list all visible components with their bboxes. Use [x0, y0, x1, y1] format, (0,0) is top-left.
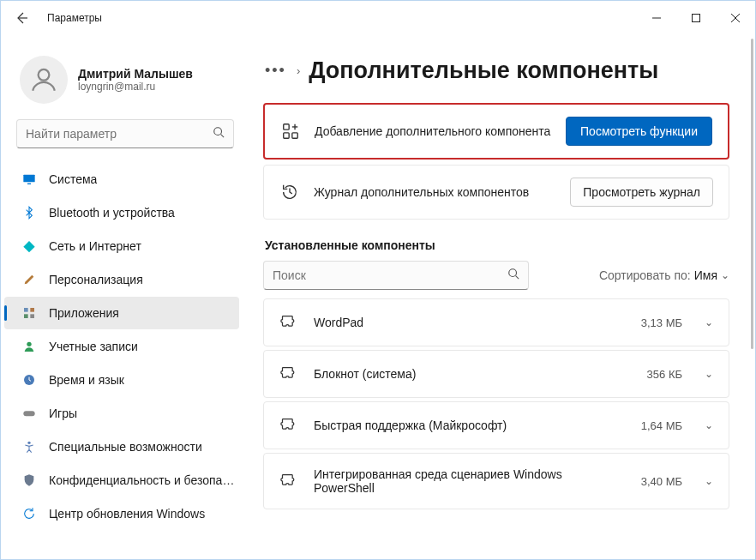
svg-rect-19: [292, 133, 297, 138]
feature-row[interactable]: WordPad3,13 МБ⌄: [263, 298, 729, 346]
history-text: Журнал дополнительных компонентов: [314, 184, 556, 201]
feature-name: Интегрированная среда сценариев Windows …: [314, 467, 626, 495]
profile-name: Дмитрий Малышев: [78, 67, 193, 81]
chevron-down-icon: ⌄: [705, 475, 713, 487]
sidebar-search[interactable]: [16, 119, 234, 148]
nav-item-shield[interactable]: Конфиденциальность и безопасность: [4, 464, 239, 497]
svg-rect-1: [693, 15, 700, 22]
nav-item-label: Игры: [49, 406, 77, 420]
feature-search[interactable]: [263, 261, 529, 290]
clock-icon: [21, 372, 37, 388]
window-title: Параметры: [47, 12, 102, 24]
puzzle-icon: [279, 364, 298, 383]
svg-rect-15: [23, 411, 34, 416]
svg-point-4: [39, 69, 50, 81]
wifi-icon: [21, 238, 37, 254]
history-icon: [279, 182, 300, 202]
back-button[interactable]: [8, 4, 35, 32]
view-features-button[interactable]: Посмотреть функции: [566, 117, 712, 146]
accessibility-icon: [21, 439, 37, 455]
scrollbar[interactable]: [751, 39, 753, 556]
feature-name: WordPad: [314, 316, 626, 329]
nav-item-label: Система: [49, 172, 97, 186]
nav-item-update[interactable]: Центр обновления Windows: [4, 497, 239, 530]
close-button[interactable]: [716, 1, 755, 35]
nav-item-label: Bluetooth и устройства: [49, 206, 175, 220]
scrollbar-thumb[interactable]: [751, 39, 753, 349]
nav-item-label: Сеть и Интернет: [49, 239, 141, 253]
sidebar: Дмитрий Малышев loyngrin@mail.ru Система…: [1, 35, 249, 559]
apps-icon: [21, 305, 37, 321]
feature-name: Блокнот (система): [314, 367, 632, 381]
page-title: Дополнительные компоненты: [309, 57, 658, 84]
chevron-down-icon: ⌄: [721, 269, 729, 281]
nav-item-apps[interactable]: Приложения: [4, 297, 239, 329]
add-feature-text: Добавление дополнительного компонента: [315, 123, 552, 140]
svg-rect-10: [30, 308, 34, 312]
chevron-down-icon: ⌄: [705, 419, 713, 431]
puzzle-icon: [279, 416, 298, 435]
svg-rect-8: [27, 184, 31, 184]
svg-point-22: [509, 269, 517, 277]
titlebar: Параметры: [1, 1, 755, 35]
nav-item-label: Учетные записи: [49, 340, 138, 353]
nav-item-gamepad[interactable]: Игры: [4, 397, 239, 430]
maximize-button[interactable]: [676, 1, 716, 35]
puzzle-icon: [279, 472, 298, 491]
nav-item-label: Приложения: [49, 306, 119, 320]
main-pane: ••• › Дополнительные компоненты Добавлен…: [249, 35, 755, 559]
svg-rect-7: [23, 175, 34, 183]
person-icon: [21, 339, 37, 354]
svg-rect-17: [284, 124, 289, 129]
feature-name: Быстрая поддержка (Майкрософт): [314, 418, 626, 432]
nav-item-wifi[interactable]: Сеть и Интернет: [4, 230, 239, 262]
feature-list: WordPad3,13 МБ⌄Блокнот (система)356 КБ⌄Б…: [263, 298, 729, 509]
view-history-button[interactable]: Просмотреть журнал: [570, 178, 713, 207]
svg-point-5: [214, 128, 222, 135]
svg-rect-11: [24, 314, 28, 318]
svg-rect-18: [284, 133, 289, 138]
add-feature-card: Добавление дополнительного компонента По…: [263, 103, 729, 160]
nav-item-person[interactable]: Учетные записи: [4, 330, 239, 363]
nav-item-label: Специальные возможности: [49, 440, 202, 454]
chevron-right-icon: ›: [297, 64, 300, 77]
nav-item-display[interactable]: Система: [4, 163, 239, 196]
svg-line-6: [221, 135, 225, 138]
feature-row[interactable]: Блокнот (система)356 КБ⌄: [263, 350, 729, 398]
sort-value: Имя: [694, 268, 717, 282]
feature-row[interactable]: Интегрированная среда сценариев Windows …: [263, 453, 729, 509]
profile-block[interactable]: Дмитрий Малышев loyngrin@mail.ru: [1, 42, 249, 119]
nav-item-brush[interactable]: Персонализация: [4, 263, 239, 296]
sort-dropdown[interactable]: Сортировать по: Имя ⌄: [599, 268, 729, 282]
nav-item-bluetooth[interactable]: Bluetooth и устройства: [4, 196, 239, 229]
nav-item-accessibility[interactable]: Специальные возможности: [4, 431, 239, 463]
display-icon: [21, 172, 37, 187]
feature-size: 3,40 МБ: [641, 475, 682, 488]
shield-icon: [21, 473, 37, 488]
feature-row[interactable]: Быстрая поддержка (Майкрософт)1,64 МБ⌄: [263, 401, 729, 449]
breadcrumb-more[interactable]: •••: [263, 60, 288, 81]
brush-icon: [21, 272, 37, 287]
svg-point-13: [27, 342, 31, 346]
profile-email: loyngrin@mail.ru: [78, 81, 193, 93]
bluetooth-icon: [21, 205, 37, 220]
puzzle-icon: [279, 313, 298, 332]
search-icon: [507, 268, 519, 283]
avatar: [20, 56, 68, 104]
svg-line-23: [516, 276, 519, 280]
svg-point-16: [27, 442, 30, 444]
add-icon: [280, 121, 301, 142]
gamepad-icon: [21, 406, 37, 421]
svg-rect-9: [24, 308, 28, 312]
minimize-button[interactable]: [637, 1, 676, 35]
update-icon: [21, 506, 37, 521]
feature-size: 1,64 МБ: [641, 419, 682, 432]
nav-item-label: Центр обновления Windows: [49, 507, 205, 521]
nav-item-clock[interactable]: Время и язык: [4, 364, 239, 396]
chevron-down-icon: ⌄: [705, 368, 713, 380]
feature-search-input[interactable]: [273, 268, 507, 282]
sidebar-search-input[interactable]: [26, 127, 213, 141]
installed-section-title: Установленные компоненты: [265, 238, 729, 252]
chevron-down-icon: ⌄: [705, 316, 713, 328]
nav-item-label: Персонализация: [49, 273, 143, 286]
